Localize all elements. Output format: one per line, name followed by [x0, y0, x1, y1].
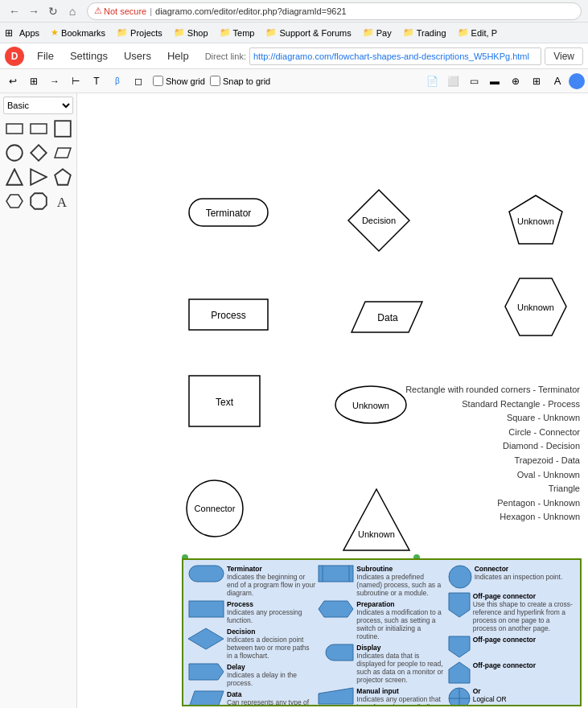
legend-offpage-2: Off-page connector: [448, 636, 575, 658]
snap-grid-checkbox[interactable]: [210, 76, 220, 86]
folder-icon-6: 📁: [403, 27, 414, 38]
tool-connection[interactable]: ⊢: [66, 72, 85, 91]
svg-text:Data: Data: [377, 312, 398, 323]
text-shape[interactable]: Text: [188, 375, 261, 427]
connector-shape[interactable]: Connector: [186, 480, 244, 537]
shape-text[interactable]: A: [51, 190, 74, 212]
svg-marker-6: [6, 169, 23, 185]
bookmark-edit[interactable]: 📁 Edit, P: [453, 26, 502, 39]
legend-subroutine: SubroutineIndicates a predefined (named)…: [318, 565, 445, 597]
snap-grid-label: Snap to grid: [223, 76, 270, 86]
bookmark-projects[interactable]: 📁 Projects: [112, 26, 167, 39]
direct-link-label: Direct link:: [205, 51, 246, 61]
shape-circle[interactable]: [3, 142, 26, 164]
address-bar[interactable]: ⚠ Not secure | diagramo.com/editor/edito…: [87, 2, 582, 20]
tool-undo[interactable]: ↩: [3, 72, 23, 91]
tool-page[interactable]: 📄: [422, 72, 442, 91]
home-button[interactable]: ⌂: [64, 3, 80, 19]
bookmarks-star-icon: ★: [51, 27, 59, 38]
bookmark-pay[interactable]: 📁 Pay: [358, 26, 397, 39]
legend-offpage-3: Off-page connector: [448, 661, 575, 684]
menu-help[interactable]: Help: [161, 47, 195, 65]
shapes-grid: A: [3, 117, 73, 212]
legend-terminator: TerminatorIndicates the beginning or end…: [188, 565, 315, 597]
show-grid-group: Show grid: [153, 76, 205, 86]
tool-zoom[interactable]: ⊕: [506, 72, 525, 91]
bookmark-apps[interactable]: Apps: [14, 27, 44, 39]
legend-display: DisplayIndicates data that is displayed …: [318, 644, 445, 684]
unknown-triangle-shape[interactable]: Unknown: [343, 488, 411, 552]
svg-marker-47: [449, 662, 470, 683]
process-shape[interactable]: Process: [188, 298, 269, 331]
tool-arrow[interactable]: →: [45, 72, 64, 91]
direct-link-input[interactable]: [249, 47, 541, 65]
menu-file[interactable]: File: [31, 47, 60, 65]
legend-box: TerminatorIndicates the beginning or end…: [182, 558, 582, 706]
legend-offpage-1: Off-page connectorUse this shape to crea…: [448, 592, 575, 632]
shape-rect[interactable]: [3, 117, 26, 140]
tool-beta[interactable]: β: [108, 72, 127, 91]
menu-settings[interactable]: Settings: [64, 47, 114, 65]
tool-shape[interactable]: ◻: [129, 72, 148, 91]
back-button[interactable]: ←: [6, 3, 23, 19]
unknown-oval-shape[interactable]: Unknown: [335, 385, 407, 424]
terminator-shape[interactable]: Terminator: [188, 198, 269, 227]
show-grid-checkbox[interactable]: [153, 76, 163, 86]
svg-text:Terminator: Terminator: [206, 208, 252, 219]
svg-point-3: [6, 145, 23, 161]
shape-parallelogram[interactable]: [51, 142, 74, 164]
svg-marker-10: [31, 193, 47, 209]
tool-text[interactable]: T: [87, 72, 106, 91]
bookmark-temp[interactable]: 📁 Temp: [215, 26, 260, 39]
app-logo: D: [5, 47, 24, 66]
shape-right-triangle[interactable]: [27, 166, 50, 188]
browser-bar: ← → ↻ ⌂ ⚠ Not secure | diagramo.com/edit…: [0, 0, 588, 23]
svg-text:A: A: [57, 195, 68, 210]
canvas[interactable]: Terminator Decision Unknown Process: [77, 93, 588, 708]
legend-connector: ConnectorIndicates an inspection point.: [448, 565, 575, 589]
folder-icon: 📁: [117, 27, 128, 38]
tool-page3[interactable]: ▭: [464, 72, 483, 91]
main-area: Basic: [0, 93, 588, 708]
shape-octagon[interactable]: [27, 190, 50, 212]
data-shape[interactable]: Data: [351, 301, 423, 333]
bookmark-bookmarks[interactable]: ★ Bookmarks: [46, 26, 110, 39]
svg-text:Text: Text: [216, 397, 234, 408]
svg-rect-37: [319, 566, 353, 582]
bookmark-trading[interactable]: 📁 Trading: [398, 26, 451, 39]
shape-pentagon[interactable]: [51, 166, 74, 188]
tool-connect[interactable]: ⊞: [527, 72, 546, 91]
shape-square[interactable]: [51, 117, 74, 140]
tool-color[interactable]: [569, 73, 585, 89]
shape-hexagon[interactable]: [3, 190, 26, 212]
menu-users[interactable]: Users: [117, 47, 158, 65]
decision-shape[interactable]: Decision: [347, 188, 411, 253]
bookmarks-bar: ⊞ Apps ★ Bookmarks 📁 Projects 📁 Shop 📁 T…: [0, 23, 588, 43]
legend-text: Rectangle with rounded corners - Termina…: [405, 383, 580, 525]
forward-button[interactable]: →: [26, 3, 42, 19]
reload-button[interactable]: ↻: [45, 3, 61, 19]
snap-grid-group: Snap to grid: [210, 76, 270, 86]
legend-manual-input: Manual inputIndicates any operation that…: [318, 687, 445, 706]
tool-text2[interactable]: A: [548, 72, 567, 91]
svg-marker-4: [31, 145, 47, 161]
svg-marker-46: [449, 636, 470, 657]
folder-icon-4: 📁: [265, 27, 277, 38]
unknown-hexagon-shape[interactable]: Unknown: [504, 277, 568, 337]
shape-rect-2[interactable]: [27, 117, 50, 140]
tool-grid[interactable]: ⊞: [24, 72, 43, 91]
tool-page4[interactable]: ▬: [485, 72, 504, 91]
svg-marker-7: [31, 169, 47, 185]
shape-type-selector[interactable]: Basic: [3, 97, 73, 114]
shape-diamond[interactable]: [27, 142, 50, 164]
unknown-pentagon-shape[interactable]: Unknown: [508, 194, 564, 246]
folder-icon-2: 📁: [174, 27, 185, 38]
bookmark-support[interactable]: 📁 Support & Forums: [261, 26, 356, 39]
svg-marker-36: [189, 691, 224, 706]
view-button[interactable]: View: [545, 47, 583, 65]
apps-label: Apps: [19, 28, 39, 38]
url-text: diagramo.com/editor/editor.php?diagramId…: [155, 6, 347, 16]
bookmark-shop[interactable]: 📁 Shop: [169, 26, 213, 39]
tool-page2[interactable]: ⬜: [443, 72, 463, 91]
shape-triangle[interactable]: [3, 166, 26, 188]
